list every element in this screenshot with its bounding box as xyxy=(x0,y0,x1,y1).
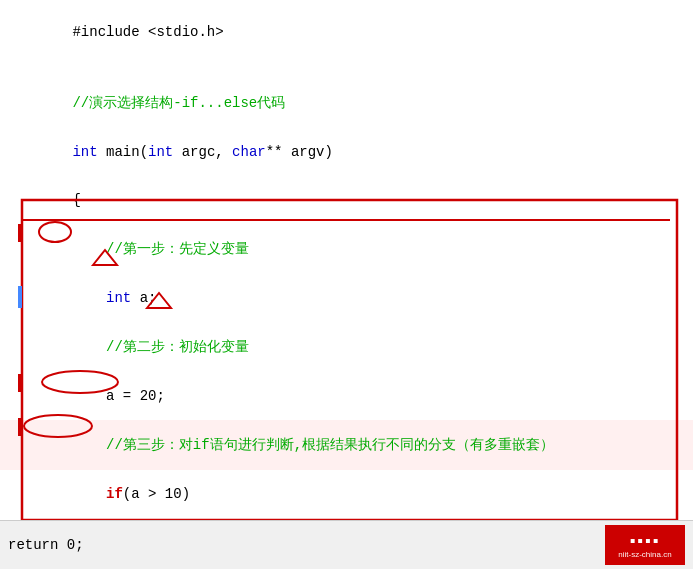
line-3: //演示选择结构-if...else代码 xyxy=(0,78,693,128)
line-2 xyxy=(0,56,693,78)
line-1: #include <stdio.h> xyxy=(0,8,693,56)
line-7-content: int a; xyxy=(18,274,693,322)
watermark: ▪▪▪▪ niit-sz-china.cn xyxy=(605,525,685,565)
watermark-text: niit-sz-china.cn xyxy=(618,550,671,560)
line-11: if(a > 10) xyxy=(0,470,693,518)
line-5: { xyxy=(0,176,693,224)
return-statement: return 0; xyxy=(8,537,84,553)
line-9-content: a = 20; xyxy=(18,372,693,420)
code-area: #include <stdio.h> //演示选择结构-if...else代码 … xyxy=(0,0,693,520)
line-4-content: int main(int argc, char** argv) xyxy=(18,128,693,176)
line-8-content: //第二步：初始化变量 xyxy=(18,322,693,372)
line-7: int a; xyxy=(0,274,693,322)
line-11-content: if(a > 10) xyxy=(18,470,693,518)
line-10: //第三步：对if语句进行判断,根据结果执行不同的分支（有多重嵌套） xyxy=(0,420,693,470)
line-5-content: { xyxy=(18,176,693,224)
line-1-content: #include <stdio.h> xyxy=(18,8,693,56)
line-3-content: //演示选择结构-if...else代码 xyxy=(18,78,693,128)
footer-code: return 0; xyxy=(8,537,605,553)
line-6-content: //第一步：先定义变量 xyxy=(18,224,693,274)
footer: return 0; ▪▪▪▪ niit-sz-china.cn xyxy=(0,520,693,569)
line-4: int main(int argc, char** argv) xyxy=(0,128,693,176)
line-8: //第二步：初始化变量 xyxy=(0,322,693,372)
line-9: a = 20; xyxy=(0,372,693,420)
line-6: //第一步：先定义变量 xyxy=(0,224,693,274)
line-12: { xyxy=(0,518,693,520)
line-10-content: //第三步：对if语句进行判断,根据结果执行不同的分支（有多重嵌套） xyxy=(18,420,693,470)
line-12-content: { xyxy=(18,518,693,520)
